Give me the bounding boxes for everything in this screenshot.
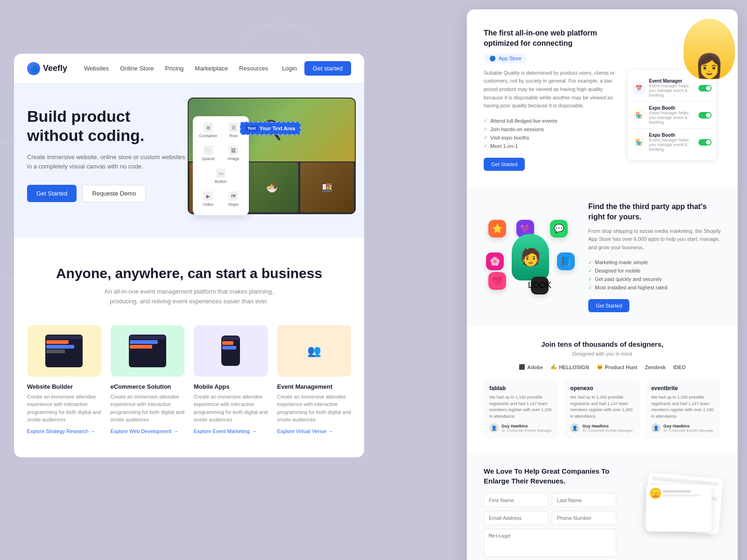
phone-input[interactable]	[552, 511, 616, 525]
builder-video-label: Video	[203, 202, 214, 207]
toggle-expo-2[interactable]	[698, 139, 712, 146]
sec-b-cta-button[interactable]: Get Started	[588, 299, 629, 312]
builder-row-1: ⊞ Container ☰ Row	[197, 120, 245, 141]
bar1	[130, 336, 165, 339]
builder-button[interactable]: ▭ Button	[197, 166, 245, 187]
brand-adobe-text: Adobe	[527, 364, 543, 370]
sec-c-title: Join tens of thousands of designers,	[484, 340, 721, 348]
feature-link-3[interactable]: Explore Event Marketing →	[194, 428, 268, 434]
person-mini: 👱	[650, 488, 661, 499]
nav-links: Websites Online Store Pricing Marketplac…	[84, 65, 282, 72]
checklist-text-4: Meet 1-on-1	[490, 143, 518, 149]
checklist-text-1: Attend full-fledged live events	[490, 118, 557, 124]
feature-link-1[interactable]: Explore Strategy Research →	[27, 428, 101, 434]
feature-link-text-4: Explore Virtual Venue	[277, 428, 327, 434]
device-stack: 👱	[627, 476, 721, 546]
expo-icon-1: 🏪	[632, 109, 645, 122]
sec-b-description: From drop shipping to social media marke…	[588, 227, 721, 252]
sec-a-checklist: ✓ Attend full-fledged live events ✓ Join…	[484, 117, 616, 150]
check-icon-3: ✓	[484, 135, 487, 140]
hero-get-started-button[interactable]: Get Started	[27, 185, 77, 202]
sec-b-checklist: ✓ Marketing made simple ✓ Designed for m…	[588, 258, 721, 292]
sec-b-checklist-1: ✓ Marketing made simple	[588, 258, 721, 266]
feature-link-2[interactable]: Explore Web Development →	[111, 428, 185, 434]
hero-buttons: Get Started Requeste Demo	[27, 185, 186, 202]
feature-link-text-3: Explore Event Marketing	[194, 428, 250, 434]
feature-img-ecommerce	[111, 325, 185, 377]
section-anyone: Anyone, anywhere, can start a business A…	[14, 238, 364, 457]
text-area-label: Your Text Area	[260, 126, 295, 131]
person-avatar: 👩	[684, 19, 735, 79]
builder-row-3: ▭ Button	[197, 166, 245, 187]
test-name-2: Guy Hawkins	[582, 424, 633, 428]
device-layer-front: 👱	[646, 485, 712, 532]
sec-a-cta-button[interactable]: Get Started	[484, 158, 525, 171]
toggle-event-manager[interactable]	[698, 85, 712, 91]
text-area-overlay[interactable]: Text Your Text Area	[240, 122, 301, 135]
hero-demo-button[interactable]: Requeste Demo	[82, 185, 146, 202]
nav-online-store[interactable]: Online Store	[120, 65, 154, 72]
bar3	[222, 346, 236, 350]
checklist-item-3: ✓ Visit expo booths	[484, 133, 616, 142]
feature-link-4[interactable]: Explore Virtual Venue →	[277, 428, 352, 434]
test-avatar-3: 👤	[651, 423, 661, 433]
form-row-contact	[484, 511, 616, 525]
checklist-item-1: ✓ Attend full-fledged live events	[484, 117, 616, 125]
nav-marketplace[interactable]: Marketplace	[195, 65, 228, 72]
spacer-icon: ⋯	[204, 146, 213, 155]
sec-a-badge: 🔵 App Store	[484, 54, 527, 63]
builder-video[interactable]: ▶ Video	[197, 189, 220, 210]
builder-container[interactable]: ⊞ Container	[197, 120, 220, 141]
test-author-2: 👤 Guy Hawkins Sr. Corporate Events Manag…	[570, 423, 634, 433]
feature-img-website	[27, 325, 101, 377]
test-logo-1: fablab	[489, 385, 553, 392]
last-name-input[interactable]	[552, 493, 616, 507]
sec-a-title: The first all-in-one web platform optimi…	[484, 28, 616, 49]
first-name-input[interactable]	[484, 493, 548, 507]
feature-link-text-2: Explore Web Development	[111, 428, 172, 434]
nav-websites[interactable]: Websites	[84, 65, 109, 72]
toggle-expo-1[interactable]	[698, 112, 712, 119]
feature-mobile-apps: Mobile Apps Create an immersive attendee…	[194, 325, 268, 434]
section-thirdparty: ⭐ 💜 💬 🌸 🧑 📘 💗 LOOK Find the the third pa…	[467, 188, 738, 327]
feature-title-3: Mobile Apps	[194, 383, 268, 390]
app-item-expo-2: 🏪 Expo Booth Event manager helps you man…	[632, 129, 712, 155]
event-manager-icon: 📅	[632, 82, 645, 95]
nav-resources[interactable]: Resources	[239, 65, 268, 72]
sec-d-visual: 👱	[627, 466, 721, 560]
feature-title-2: eCommerce Solution	[111, 383, 185, 390]
app-name-expo-2: Expo Booth	[649, 133, 695, 138]
arrow-icon-3: →	[252, 428, 257, 434]
builder-maps[interactable]: 🗺 Maps	[222, 189, 245, 210]
builder-row-4: ▶ Video 🗺 Maps	[197, 189, 245, 210]
feature-desc-1: Create an immersive attendee experience …	[27, 393, 101, 424]
app-desc-event-manager: Event manager helps you manage event & b…	[649, 84, 695, 98]
feature-title-1: Website Builder	[27, 383, 101, 390]
nav-get-started-button[interactable]: Get started	[304, 61, 351, 76]
sec-b-visual: ⭐ 💜 💬 🌸 🧑 📘 💗 LOOK	[484, 215, 577, 299]
test-author-1: 👤 Guy Hawkins Sr. Corporate Events Manag…	[489, 423, 553, 433]
ph-icon: 🐱	[597, 364, 603, 370]
bar3	[46, 345, 74, 349]
check-b-1: ✓	[588, 260, 592, 265]
maps-icon: 🗺	[229, 191, 238, 201]
login-button[interactable]: Login	[282, 65, 297, 72]
mini-screen-mobile	[221, 336, 240, 366]
logo[interactable]: 🔵 Veefly	[27, 62, 67, 75]
app-info-event-manager: Event Manager Event manager helps you ma…	[649, 78, 695, 98]
section-allinone: The first all-in-one web platform optimi…	[467, 9, 738, 188]
test-avatar-1: 👤	[489, 423, 499, 433]
brand-ideo-text: IDEO	[673, 364, 686, 370]
message-textarea[interactable]	[484, 529, 616, 557]
email-input[interactable]	[484, 511, 548, 525]
test-logo-3: eventbrite	[651, 385, 715, 392]
builder-image[interactable]: 🖼 Image	[222, 143, 245, 164]
nav-pricing[interactable]: Pricing	[165, 65, 184, 72]
navbar: 🔵 Veefly Websites Online Store Pricing M…	[14, 54, 364, 84]
app-info-expo-2: Expo Booth Event manager helps you manag…	[649, 133, 695, 152]
feature-event-mgmt: 👥 Event Management Create an immersive a…	[277, 325, 352, 434]
builder-spacer[interactable]: ⋯ Spacer	[197, 143, 220, 164]
sec-a-content: The first all-in-one web platform optimi…	[484, 28, 616, 171]
main-card: 🔵 Veefly Websites Online Store Pricing M…	[14, 54, 364, 457]
builder-container-label: Container	[199, 133, 217, 138]
